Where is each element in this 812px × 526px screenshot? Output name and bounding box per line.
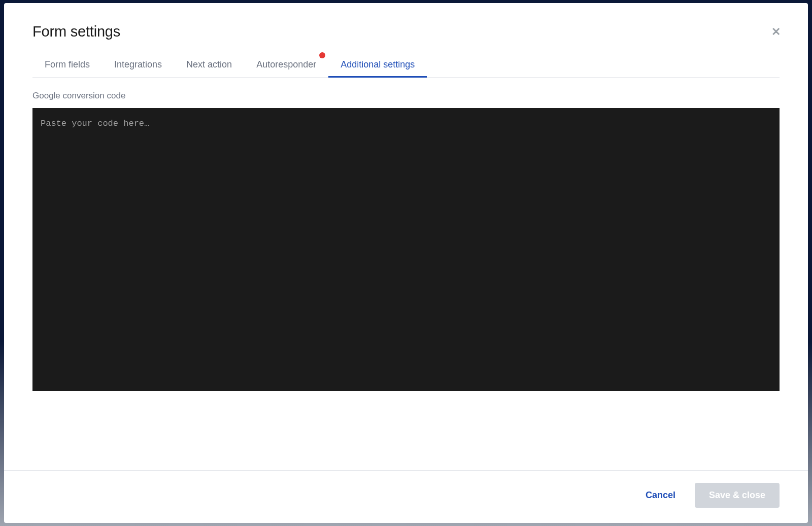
modal-header: Form settings ✕ — [32, 23, 780, 40]
tab-autoresponder[interactable]: Autoresponder — [244, 54, 328, 77]
tab-label: Autoresponder — [256, 59, 316, 69]
modal-title: Form settings — [32, 23, 120, 40]
google-conversion-code-label: Google conversion code — [32, 91, 780, 101]
modal-body: Form settings ✕ Form fields Integrations… — [4, 3, 808, 470]
tab-integrations[interactable]: Integrations — [102, 54, 174, 77]
spacer — [32, 391, 780, 470]
modal-footer: Cancel Save & close — [4, 470, 808, 523]
tab-label: Next action — [186, 59, 232, 69]
close-icon: ✕ — [771, 25, 781, 38]
form-settings-modal: Form settings ✕ Form fields Integrations… — [4, 3, 808, 523]
tab-form-fields[interactable]: Form fields — [32, 54, 102, 77]
cancel-button[interactable]: Cancel — [642, 485, 679, 506]
google-conversion-code-input[interactable] — [32, 108, 780, 391]
close-button[interactable]: ✕ — [769, 24, 783, 40]
tab-content: Google conversion code — [32, 78, 780, 470]
save-close-button[interactable]: Save & close — [695, 483, 780, 508]
tabs-container: Form fields Integrations Next action Aut… — [32, 54, 780, 78]
tab-label: Additional settings — [341, 59, 415, 69]
tab-next-action[interactable]: Next action — [174, 54, 244, 77]
tab-additional-settings[interactable]: Additional settings — [328, 54, 427, 77]
tab-label: Integrations — [114, 59, 162, 69]
tab-label: Form fields — [45, 59, 90, 69]
notification-dot-icon — [319, 52, 325, 58]
